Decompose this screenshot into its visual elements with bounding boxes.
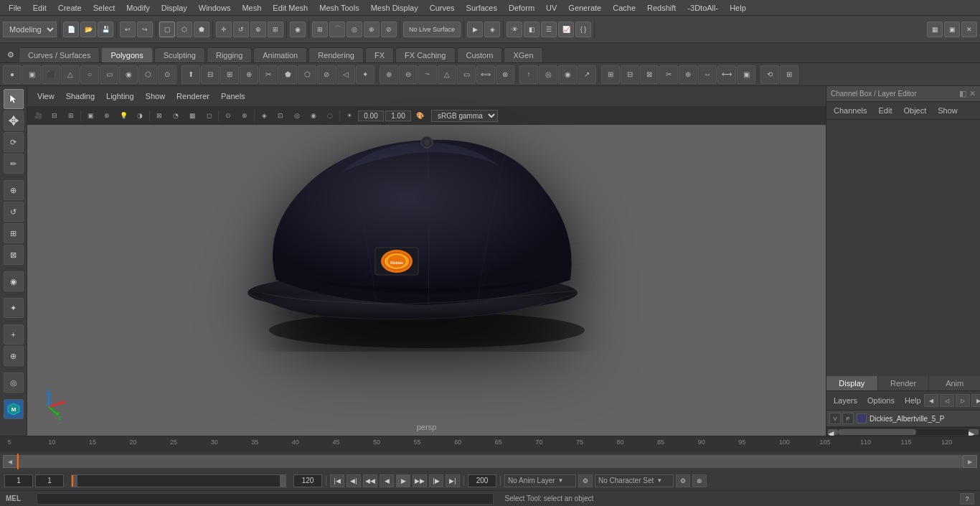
- scroll-right-btn[interactable]: ▶: [969, 429, 979, 435]
- menu-display[interactable]: Display: [156, 2, 193, 14]
- redo-btn[interactable]: ↪: [137, 22, 153, 37]
- menu-3dtoall[interactable]: -3DtoAll-: [682, 2, 724, 14]
- frame-end-field[interactable]: 120: [293, 474, 322, 487]
- scroll-thumb[interactable]: [838, 429, 916, 435]
- fill-hole-icon[interactable]: ⊕: [240, 65, 258, 84]
- script-editor-btn[interactable]: { }: [575, 22, 591, 37]
- menu-mesh-display[interactable]: Mesh Display: [365, 2, 424, 14]
- snap-point-btn[interactable]: ◎: [347, 22, 362, 37]
- vp-wire-icon[interactable]: ⊠: [151, 108, 167, 123]
- menu-generate[interactable]: Generate: [562, 2, 607, 14]
- append-icon[interactable]: ⊞: [220, 65, 239, 84]
- vp-obj-icon[interactable]: ▣: [83, 108, 98, 123]
- object-menu[interactable]: Object: [900, 105, 929, 116]
- vp-gamma-val[interactable]: [385, 111, 411, 121]
- menu-help[interactable]: Help: [724, 2, 752, 14]
- quad-icon[interactable]: ▭: [457, 65, 476, 84]
- vp-ao-icon[interactable]: ◉: [306, 108, 321, 123]
- no-live-surface-btn[interactable]: No Live Surface: [403, 22, 461, 37]
- frame-current-field[interactable]: 1: [35, 474, 64, 487]
- snap-proj-btn[interactable]: ⊕: [364, 22, 380, 37]
- harden-icon[interactable]: ◉: [558, 65, 577, 84]
- uv-mirror-icon[interactable]: ⟷: [717, 65, 736, 84]
- workspace-selector[interactable]: Modeling: [3, 22, 57, 37]
- vp-resolve-icon[interactable]: ◈: [256, 108, 272, 123]
- panel-pin-icon[interactable]: ◧: [959, 89, 966, 98]
- wedge-icon[interactable]: ◁: [336, 65, 355, 84]
- cam-isolate-btn[interactable]: 👁: [507, 22, 522, 37]
- timeline-ruler[interactable]: 5101520253035404550556065707580859095100…: [0, 436, 980, 452]
- step-back-btn[interactable]: ◀|: [347, 474, 361, 487]
- maya-logo-btn[interactable]: M: [4, 399, 24, 419]
- vp-sso-icon[interactable]: ◎: [289, 108, 305, 123]
- go-to-end-btn[interactable]: ▶|: [446, 474, 460, 487]
- ipr-btn[interactable]: ◈: [484, 22, 500, 37]
- next-key-btn[interactable]: ▶▶: [413, 474, 427, 487]
- viewport-canvas[interactable]: Dickies Y X Z: [27, 86, 826, 436]
- menu-windows[interactable]: Windows: [193, 2, 237, 14]
- menu-file[interactable]: File: [3, 2, 27, 14]
- split-icon[interactable]: ⊘: [317, 65, 336, 84]
- cube-icon[interactable]: ▣: [22, 65, 41, 84]
- menu-cache[interactable]: Cache: [607, 2, 641, 14]
- settings-btn-3[interactable]: ✕: [961, 22, 977, 37]
- uv-flip-icon[interactable]: ↔: [698, 65, 717, 84]
- character-set-dropdown[interactable]: No Character Set ▼: [595, 474, 674, 487]
- graph-editor-btn[interactable]: 📈: [558, 22, 574, 37]
- layer-playback-btn[interactable]: P: [842, 413, 854, 424]
- vp-menu-lighting[interactable]: Lighting: [102, 90, 138, 102]
- layer-icon-2[interactable]: ◁: [940, 394, 954, 407]
- menu-edit-mesh[interactable]: Edit Mesh: [267, 2, 314, 14]
- vp-menu-view[interactable]: View: [33, 90, 59, 102]
- tab-render[interactable]: Render: [878, 376, 930, 390]
- snap-grid-btn[interactable]: ⊞: [312, 22, 328, 37]
- vp-camera-icon[interactable]: 🎥: [30, 108, 46, 123]
- cylinder-icon[interactable]: ⬛: [42, 65, 60, 84]
- tab-fx-caching[interactable]: FX Caching: [395, 47, 455, 62]
- vp-menu-shading[interactable]: Shading: [62, 90, 99, 102]
- layers-menu[interactable]: Layers: [831, 395, 860, 406]
- help-menu[interactable]: Help: [902, 395, 924, 406]
- mel-input[interactable]: [37, 493, 494, 505]
- menu-mesh-tools[interactable]: Mesh Tools: [314, 2, 364, 14]
- viewport[interactable]: View Shading Lighting Show Renderer Pane…: [27, 86, 826, 436]
- scroll-track[interactable]: [838, 429, 969, 435]
- universal-btn[interactable]: ⊠: [4, 245, 24, 265]
- show-menu[interactable]: Show: [935, 105, 961, 116]
- uv-layout-icon[interactable]: ⊠: [640, 65, 659, 84]
- paint-select-btn[interactable]: ⬟: [194, 22, 209, 37]
- settings-btn-1[interactable]: ▦: [927, 22, 943, 37]
- boolean-icon[interactable]: ⊗: [496, 65, 514, 84]
- pipe-icon[interactable]: ⊙: [158, 65, 176, 84]
- render-btn[interactable]: ▶: [467, 22, 483, 37]
- uv-cut-icon[interactable]: ✂: [659, 65, 678, 84]
- menu-modify[interactable]: Modify: [121, 2, 155, 14]
- mirror-icon[interactable]: ⟺: [476, 65, 495, 84]
- disk-icon[interactable]: ◉: [119, 65, 138, 84]
- layer-row[interactable]: V P Dickies_Albertville_5_P: [826, 411, 980, 427]
- layer-icon-3[interactable]: ▷: [956, 394, 970, 407]
- show-manipulator-btn[interactable]: ✦: [4, 298, 24, 318]
- go-to-start-btn[interactable]: |◀: [330, 474, 344, 487]
- vp-pivot-icon[interactable]: ⊕: [99, 108, 115, 123]
- lasso-mode-btn[interactable]: ⟳: [4, 132, 24, 152]
- vp-menu-renderer[interactable]: Renderer: [172, 90, 214, 102]
- vp-menu-panels[interactable]: Panels: [217, 90, 250, 102]
- move-mode-btn[interactable]: [4, 111, 24, 131]
- tab-custom[interactable]: Custom: [457, 47, 503, 62]
- tab-animation[interactable]: Animation: [253, 47, 307, 62]
- vp-dof-icon[interactable]: ◌: [322, 108, 338, 123]
- vp-exposure-val[interactable]: [358, 111, 384, 121]
- combine-icon[interactable]: ⊕: [380, 65, 398, 84]
- options-menu[interactable]: Options: [864, 395, 897, 406]
- hypershade-btn[interactable]: ◧: [524, 22, 540, 37]
- uv-editor-icon[interactable]: ⊞: [601, 65, 620, 84]
- select-mode-btn[interactable]: [4, 89, 24, 109]
- translate-btn[interactable]: ⊕: [4, 180, 24, 200]
- settings-btn-2[interactable]: ▣: [944, 22, 960, 37]
- soften-icon[interactable]: ◎: [539, 65, 557, 84]
- panel-close-icon[interactable]: ✕: [969, 89, 976, 98]
- vp-menu-show[interactable]: Show: [141, 90, 170, 102]
- bridge-icon[interactable]: ⊟: [201, 65, 220, 84]
- uv-sew-icon[interactable]: ⊕: [679, 65, 697, 84]
